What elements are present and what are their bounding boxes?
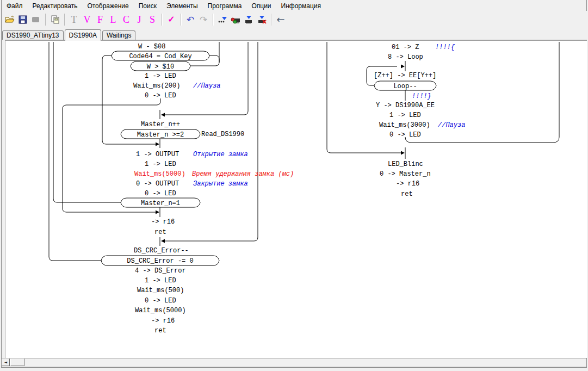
flow-statement[interactable]: 1 -> LED: [145, 160, 176, 168]
element-condition-button[interactable]: C: [120, 13, 132, 26]
menu-program[interactable]: Программа: [203, 1, 247, 11]
chip-program-icon: [244, 15, 253, 24]
tab-label: DS1990_ATtiny13: [7, 32, 59, 39]
flow-statement[interactable]: 1 -> LED: [145, 72, 176, 80]
toolbar-separator: [64, 14, 65, 26]
menu-elements[interactable]: Элементы: [162, 1, 203, 11]
open-file-button[interactable]: [4, 13, 16, 26]
flow-statement[interactable]: DS_CRC_Error--: [134, 247, 189, 255]
flow-statement[interactable]: 4 -> DS_Error: [135, 267, 186, 275]
chip-run-icon: [231, 15, 240, 24]
compile-dots-icon: [218, 15, 227, 24]
element-text-button[interactable]: T: [68, 13, 80, 26]
flow-box-label: W > $10: [147, 63, 174, 71]
flow-comment[interactable]: //Пауза: [438, 121, 465, 129]
flow-statement[interactable]: ret: [401, 190, 413, 198]
navigate-back-button[interactable]: ←: [275, 13, 287, 26]
flow-statement[interactable]: Wait_ms(3000): [379, 121, 430, 129]
flow-line: [209, 55, 219, 63]
flow-statement[interactable]: Wait_ms(5000): [134, 170, 185, 178]
flow-comment[interactable]: Время удержания замка (мс): [192, 170, 294, 178]
save-button[interactable]: [17, 13, 29, 26]
flow-arrowhead: [156, 211, 159, 214]
menu-search[interactable]: Поиск: [134, 1, 162, 11]
flow-statement[interactable]: 1 -> LED: [389, 112, 421, 119]
compile-button[interactable]: [216, 13, 228, 26]
flow-statement[interactable]: 1 -> LED: [145, 277, 176, 285]
run-with-chip-button[interactable]: [230, 13, 242, 26]
undo-button[interactable]: ↶: [184, 13, 196, 26]
element-jump-button[interactable]: J: [133, 13, 145, 26]
flow-statement[interactable]: 0 -> OUTPUT: [136, 180, 179, 188]
flow-statement[interactable]: ret: [154, 228, 166, 236]
flow-comment[interactable]: !!!!{: [435, 44, 455, 51]
menu-file[interactable]: Файл: [2, 1, 28, 11]
flow-statement[interactable]: 0 -> LED: [145, 297, 176, 305]
menu-options[interactable]: Опции: [246, 1, 276, 11]
flow-statement[interactable]: Wait_ms(200): [133, 82, 180, 90]
scrollbar-left-arrow[interactable]: ◄: [2, 358, 10, 366]
flow-statement[interactable]: -> r16: [396, 180, 419, 188]
flow-statement[interactable]: Read_DS1990: [201, 131, 244, 138]
flow-comment[interactable]: Открытие замка: [193, 151, 248, 158]
scrollbar-thumb[interactable]: [10, 358, 24, 366]
flow-statement[interactable]: -> r16: [151, 218, 175, 226]
save-floppy-icon: [18, 15, 27, 24]
tab-waitings[interactable]: Waitings: [102, 30, 136, 40]
document-tab-strip: DS1990_ATtiny13 DS1990A Waitings: [2, 28, 587, 40]
flow-comment[interactable]: !!!!}: [412, 92, 431, 100]
open-folder-icon: [5, 15, 15, 24]
flow-box-label: Code64 = Cod_Key: [129, 53, 191, 60]
flow-line: [49, 42, 101, 261]
toolbar-separator: [271, 14, 271, 26]
erase-chip-button[interactable]: [256, 13, 268, 26]
flow-statement[interactable]: W - $08: [138, 43, 165, 51]
horizontal-scrollbar[interactable]: ◄: [2, 358, 586, 367]
flow-statement[interactable]: [Z++] -> EE[Y++]: [374, 72, 436, 79]
element-setter-button[interactable]: S: [146, 13, 158, 26]
flow-statement[interactable]: Wait_ms(500): [137, 287, 184, 294]
flow-statement[interactable]: 1 -> OUTPUT: [136, 151, 179, 158]
flow-comment[interactable]: Закрытие замка: [193, 180, 248, 188]
print-button-disabled[interactable]: [30, 13, 42, 26]
flow-statement[interactable]: Y -> DS1990A_EE: [376, 102, 435, 109]
tab-label: DS1990A: [69, 32, 97, 39]
flow-statement[interactable]: LED_Blinc: [388, 160, 423, 168]
flow-arrowhead: [401, 65, 405, 69]
flow-box-label: Loop--: [393, 83, 417, 90]
redo-button-disabled[interactable]: ↷: [197, 13, 209, 26]
flow-statement[interactable]: 0 -> LED: [145, 190, 176, 197]
program-chip-button[interactable]: [243, 13, 255, 26]
copy-page-button[interactable]: [49, 13, 61, 26]
algorithm-flowchart: Code64 = Cod_KeyW > $10Master_n >=2Maste…: [5, 41, 586, 356]
flow-statement[interactable]: Master_n++: [141, 121, 180, 128]
menu-edit[interactable]: Редактировать: [28, 1, 83, 11]
flow-statement[interactable]: 0 -> LED: [145, 92, 176, 100]
flow-statement[interactable]: 8 -> Loop: [388, 53, 423, 61]
element-label-button[interactable]: L: [107, 13, 119, 26]
flow-statement[interactable]: ret: [154, 327, 166, 335]
menu-info[interactable]: Информация: [276, 1, 326, 11]
menu-view[interactable]: Отображение: [82, 1, 133, 11]
flowchart-canvas[interactable]: Code64 = Cod_KeyW > $10Master_n >=2Maste…: [5, 40, 587, 358]
toolbar: T V F L C J S ✓ ↶ ↷: [2, 11, 588, 28]
flow-arrowhead: [161, 239, 165, 243]
flow-statement[interactable]: 0 -> LED: [389, 131, 421, 139]
flow-line: [53, 42, 121, 202]
tab-ds1990a-active[interactable]: DS1990A: [65, 29, 101, 41]
flow-comment[interactable]: //Пауза: [193, 82, 220, 90]
flow-statement[interactable]: 0 -> Master_n: [380, 170, 431, 178]
window-border-left: [1, 0, 2, 368]
toolbar-separator: [162, 14, 162, 26]
element-field-button[interactable]: F: [94, 13, 106, 26]
flow-statement[interactable]: 01 -> Z: [392, 44, 419, 51]
verify-button[interactable]: ✓: [165, 13, 177, 26]
tab-ds1990-attiny13[interactable]: DS1990_ATtiny13: [2, 30, 64, 40]
toolbar-separator: [213, 14, 213, 26]
flow-statement[interactable]: Wait_ms(5000): [135, 307, 186, 314]
flow-arrowhead: [161, 113, 165, 117]
flow-statement[interactable]: -> r16: [151, 317, 175, 325]
flow-box-label: Master_n >=2: [137, 131, 184, 139]
toolbar-separator: [45, 14, 46, 26]
element-vertex-button[interactable]: V: [81, 13, 93, 26]
